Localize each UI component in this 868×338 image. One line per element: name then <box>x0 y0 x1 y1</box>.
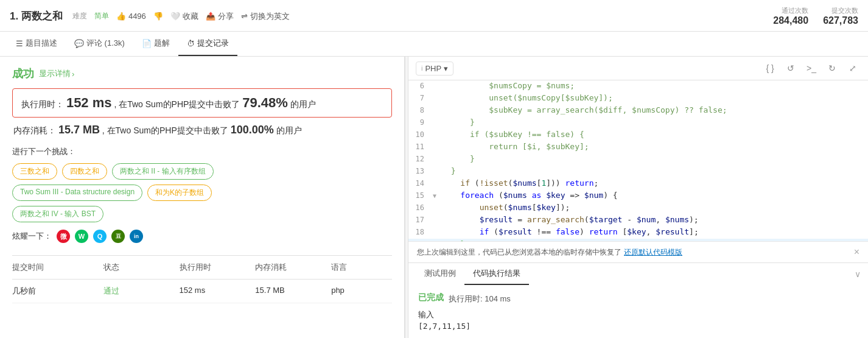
share-row: 炫耀一下： 微 W Q 豆 in <box>12 230 392 243</box>
translate-icon: ⇌ <box>241 12 248 21</box>
wechat-icon[interactable]: W <box>75 230 88 243</box>
mem-value: 15.7 MB <box>58 124 100 136</box>
code-line-11: 11 return [$i, $subKey]; <box>408 141 868 153</box>
pass-count-value: 284,480 <box>773 15 808 26</box>
toolbar-actions: { } ↺ >_ ↻ ⤢ <box>762 60 861 76</box>
pass-count-stat: 通过次数 284,480 <box>773 6 808 26</box>
code-line-10: 10 if ($subKey !== false) { <box>408 129 868 141</box>
success-label: 成功 <box>12 66 34 81</box>
tab-code-result[interactable]: 代码执行结果 <box>464 263 529 285</box>
switch-lang-button[interactable]: ⇌ 切换为英文 <box>241 11 290 22</box>
share-button[interactable]: 📤 分享 <box>206 11 234 22</box>
heart-icon: 🤍 <box>170 12 180 21</box>
language-label: PHP <box>425 64 441 73</box>
exec-time-value: 152 ms <box>66 95 112 110</box>
row-time: 几秒前 <box>12 286 103 297</box>
code-line-6: 6 $numsCopy = $nums; <box>408 80 868 93</box>
difficulty-label: 难度 <box>72 11 87 21</box>
code-line-8: 8 $subKey = array_search($diff, $numsCop… <box>408 105 868 117</box>
language-selector[interactable]: i PHP ▾ <box>416 62 453 76</box>
thumbs-up-icon: 👍 <box>116 12 126 21</box>
code-editor-area[interactable]: 6 $numsCopy = $nums; 7 unset($numsCopy[$… <box>408 80 868 241</box>
tag-subarray-sum[interactable]: 和为K的子数组 <box>147 185 212 201</box>
linkedin-icon[interactable]: in <box>130 230 143 243</box>
col-lang: 语言 <box>331 262 392 273</box>
tab-description[interactable]: ☰ 题目描述 <box>7 32 66 56</box>
code-line-15: 15 ▼ foreach ($nums as $key => $num) { <box>408 190 868 202</box>
thumbs-down-icon: 👎 <box>153 12 163 21</box>
refresh-icon[interactable]: ↻ <box>824 60 840 76</box>
problem-title: 1. 两数之和 <box>10 9 63 23</box>
row-mem: 15.7 MB <box>255 286 331 297</box>
row-exec: 152 ms <box>180 286 256 297</box>
result-area: 已完成 执行用时: 104 ms 输入 [2,7,11,15] <box>408 285 868 338</box>
submit-count-value: 627,783 <box>823 15 858 26</box>
code-line-13: 13 } <box>408 166 868 178</box>
info-icon: i <box>421 65 422 72</box>
challenge-tags-row2: Two Sum III - Data structure design 和为K的… <box>12 185 392 201</box>
table-row[interactable]: 几秒前 通过 152 ms 15.7 MB php <box>12 280 392 303</box>
tag-2sum-sorted[interactable]: 两数之和 II - 输入有序数组 <box>112 163 214 180</box>
tab-submissions[interactable]: ⏱ 提交记录 <box>178 32 237 56</box>
share-icon: 📤 <box>206 12 215 21</box>
code-line-17: 17 $result = array_search($target - $num… <box>408 214 868 227</box>
code-notification: 您上次编辑到这里，代码已从您浏览器本地的临时存储中恢复了 还原默认代码模版 × <box>408 241 868 262</box>
challenge-title: 进行下一个挑战： <box>12 146 392 157</box>
share-label: 炫耀一下： <box>12 231 52 242</box>
tab-comments[interactable]: 💬 评论 (1.3k) <box>66 32 133 56</box>
memory-text: 内存消耗： 15.7 MB , 在Two Sum的PHP提交中击败了 100.0… <box>12 124 392 136</box>
tab-bar: ☰ 题目描述 💬 评论 (1.3k) 📄 题解 ⏱ 提交记录 <box>0 32 868 57</box>
row-lang: php <box>331 286 392 297</box>
result-input-value: [2,7,11,15] <box>418 322 471 331</box>
terminal-icon[interactable]: >_ <box>803 60 819 76</box>
right-panel: i PHP ▾ { } ↺ >_ ↻ ⤢ 6 $numsCop <box>408 57 868 338</box>
submit-count-label: 提交次数 <box>831 6 858 15</box>
qq-icon[interactable]: Q <box>93 230 107 243</box>
tag-2sum-bst[interactable]: 两数之和 IV - 输入 BST <box>12 206 103 222</box>
exec-percent: 79.48% <box>242 95 288 110</box>
row-status: 通过 <box>103 286 180 297</box>
description-icon: ☰ <box>16 39 23 48</box>
tag-two-sum-iii[interactable]: Two Sum III - Data structure design <box>12 185 142 201</box>
format-code-icon[interactable]: { } <box>762 60 778 76</box>
expand-icon[interactable]: ∨ <box>855 269 861 279</box>
notification-close-button[interactable]: × <box>854 247 859 258</box>
tag-3sum[interactable]: 三数之和 <box>12 163 57 180</box>
code-line-18: 18 if ($result !== false) return [$key, … <box>408 227 868 239</box>
code-line-14: 14 if (!isset($nums[1])) return; <box>408 178 868 190</box>
challenge-tags-row1: 三数之和 四数之和 两数之和 II - 输入有序数组 <box>12 163 392 180</box>
restore-icon[interactable]: ↺ <box>783 60 799 76</box>
code-line-9: 9 } <box>408 117 868 129</box>
collect-button[interactable]: 🤍 收藏 <box>170 11 198 22</box>
submit-count-stat: 提交次数 627,783 <box>823 6 858 26</box>
like-button[interactable]: 👍 4496 <box>116 12 146 21</box>
notification-text: 您上次编辑到这里，代码已从您浏览器本地的临时存储中恢复了 <box>417 247 621 258</box>
col-status: 状态 <box>103 262 180 273</box>
left-panel: 成功 显示详情 › 执行用时： 152 ms , 在Two Sum的PHP提交中… <box>0 57 405 338</box>
code-line-12: 12 } <box>408 153 868 166</box>
exec-time-box: 执行用时： 152 ms , 在Two Sum的PHP提交中击败了 79.48%… <box>12 88 392 118</box>
difficulty-badge: 简单 <box>94 11 109 21</box>
pass-count-label: 通过次数 <box>782 6 808 15</box>
tab-test-cases[interactable]: 测试用例 <box>416 263 464 285</box>
comment-icon: 💬 <box>74 39 84 48</box>
fullscreen-icon[interactable]: ⤢ <box>845 60 861 76</box>
col-time: 提交时间 <box>12 262 103 273</box>
tag-4sum[interactable]: 四数之和 <box>62 163 107 180</box>
submissions-table: 提交时间 状态 执行用时 内存消耗 语言 几秒前 通过 152 ms 15.7 … <box>12 255 392 303</box>
detail-link[interactable]: 显示详情 › <box>39 68 74 79</box>
code-line-7: 7 unset($numsCopy[$subKey]); <box>408 93 868 105</box>
tab-solutions[interactable]: 📄 题解 <box>133 32 178 56</box>
result-input-label: 输入 <box>418 309 434 320</box>
result-exec-time: 执行用时: 104 ms <box>449 294 511 305</box>
chevron-right-icon: › <box>72 69 74 79</box>
douban-icon[interactable]: 豆 <box>111 230 125 243</box>
dislike-button[interactable]: 👎 <box>153 12 163 21</box>
mem-percent: 100.00% <box>231 124 274 136</box>
code-line-16: 16 unset($nums[$key]); <box>408 202 868 214</box>
weibo-icon[interactable]: 微 <box>57 230 70 243</box>
col-exec: 执行用时 <box>180 262 256 273</box>
bottom-tabs: 测试用例 代码执行结果 ∨ <box>408 262 868 285</box>
result-status: 已完成 <box>418 292 444 303</box>
restore-link[interactable]: 还原默认代码模版 <box>624 247 682 258</box>
